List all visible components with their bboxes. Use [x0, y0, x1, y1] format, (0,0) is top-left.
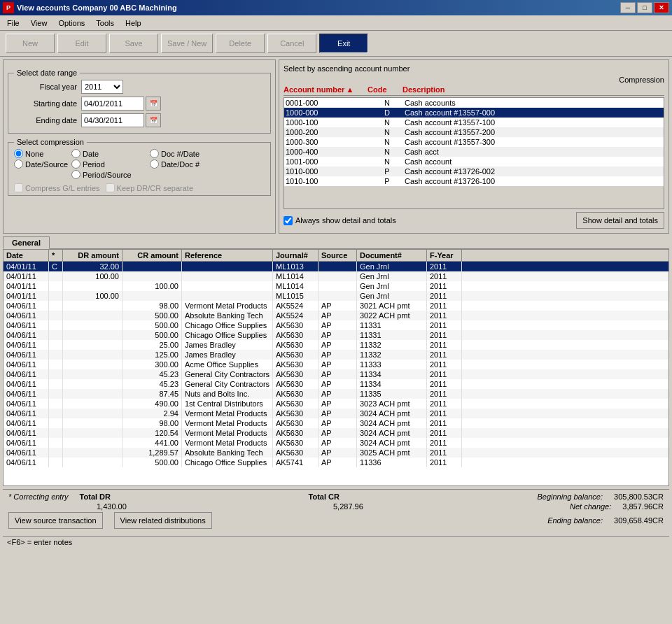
- cell-source: AP: [318, 340, 357, 350]
- maximize-btn[interactable]: □: [637, 2, 652, 13]
- account-row[interactable]: 1000-300 N Cash account #13557-300: [284, 137, 664, 147]
- cell-journal: ML1015: [273, 291, 318, 301]
- save-new-button[interactable]: Save / New: [161, 34, 213, 53]
- ending-date-calendar-btn[interactable]: 📅: [146, 113, 161, 127]
- compression-date-radio[interactable]: [71, 149, 80, 158]
- table-row[interactable]: 04/06/11 2.94 Vermont Metal Products AK5…: [4, 409, 668, 418]
- compress-gl-checkbox[interactable]: [14, 183, 23, 192]
- menu-help[interactable]: Help: [120, 17, 147, 29]
- table-row[interactable]: 04/06/11 120.54 Vermont Metal Products A…: [4, 428, 668, 438]
- menu-options[interactable]: Options: [52, 17, 90, 29]
- cell-cr: 45.23: [122, 369, 182, 379]
- close-btn[interactable]: ✕: [654, 2, 669, 13]
- table-row[interactable]: 04/06/11 490.00 1st Central Distributors…: [4, 399, 668, 409]
- table-row[interactable]: 04/06/11 45.23 General City Contractors …: [4, 369, 668, 379]
- table-row[interactable]: 04/06/11 500.00 Absolute Banking Tech AK…: [4, 311, 668, 320]
- show-detail-button[interactable]: Show detail and totals: [576, 212, 664, 229]
- table-row[interactable]: 04/06/11 125.00 James Bradley AK5630 AP …: [4, 350, 668, 360]
- save-button[interactable]: Save: [109, 34, 158, 53]
- top-panels: Select date range Fiscal year 2011 2010 …: [3, 59, 669, 234]
- exit-button[interactable]: Exit: [319, 34, 368, 53]
- compression-date-doc-row: Date/Doc #: [150, 159, 227, 169]
- main-content: Select date range Fiscal year 2011 2010 …: [0, 57, 672, 624]
- header-cr: CR amount: [122, 250, 182, 261]
- cancel-button[interactable]: Cancel: [267, 34, 316, 53]
- menu-view[interactable]: View: [25, 17, 53, 29]
- view-source-btn[interactable]: View source transaction: [8, 512, 103, 529]
- cell-dr: [63, 330, 122, 340]
- cell-cr: 100.00: [122, 281, 182, 291]
- always-show-checkbox[interactable]: [284, 216, 293, 225]
- table-row[interactable]: 04/01/11 C 32.00 ML1013 Gen Jrnl 2011: [4, 262, 668, 271]
- keep-drcr-checkbox[interactable]: [106, 183, 115, 192]
- cell-date: 04/01/11: [4, 262, 49, 271]
- table-row[interactable]: 04/06/11 1,289.57 Absolute Banking Tech …: [4, 448, 668, 458]
- starting-date-calendar-btn[interactable]: 📅: [146, 97, 161, 111]
- grid-body[interactable]: 04/01/11 C 32.00 ML1013 Gen Jrnl 2011 04…: [4, 262, 668, 485]
- table-row[interactable]: 04/01/11 100.00 ML1015 Gen Jrnl 2011: [4, 291, 668, 301]
- cell-dr: [63, 340, 122, 350]
- cell-date: 04/06/11: [4, 389, 49, 399]
- cell-docnum: 3024 ACH pmt: [357, 438, 427, 448]
- compression-none-radio[interactable]: [14, 149, 23, 158]
- starting-date-input[interactable]: [81, 97, 144, 111]
- table-row[interactable]: 04/06/11 500.00 Chicago Office Supplies …: [4, 458, 668, 467]
- cell-source: AP: [318, 369, 357, 379]
- compression-period-row: Period: [71, 159, 148, 169]
- new-button[interactable]: New: [6, 34, 55, 53]
- cell-date: 04/01/11: [4, 281, 49, 291]
- account-row[interactable]: 1010-100 P Cash account #13726-100: [284, 176, 664, 186]
- table-row[interactable]: 04/06/11 300.00 Acme Office Supplies AK5…: [4, 360, 668, 369]
- compression-period-source-radio[interactable]: [71, 170, 80, 179]
- cell-ref: Vermont Metal Products: [182, 409, 273, 418]
- account-code-cell: N: [370, 148, 405, 156]
- table-row[interactable]: 04/01/11 100.00 ML1014 Gen Jrnl 2011: [4, 281, 668, 291]
- table-row[interactable]: 04/06/11 98.00 Vermont Metal Products AK…: [4, 418, 668, 428]
- header-star: *: [49, 250, 63, 261]
- edit-button[interactable]: Edit: [57, 34, 106, 53]
- minimize-btn[interactable]: ─: [620, 2, 636, 13]
- delete-button[interactable]: Delete: [216, 34, 265, 53]
- account-row[interactable]: 0001-000 N Cash accounts: [284, 98, 664, 108]
- compression-date-source-radio[interactable]: [14, 159, 23, 169]
- table-row[interactable]: 04/06/11 441.00 Vermont Metal Products A…: [4, 438, 668, 448]
- cell-star: [49, 291, 63, 301]
- compression-date-source-label: Date/Source: [25, 160, 68, 169]
- table-row[interactable]: 04/06/11 98.00 Vermont Metal Products AK…: [4, 301, 668, 311]
- table-row[interactable]: 04/06/11 25.00 James Bradley AK5630 AP 1…: [4, 340, 668, 350]
- table-row[interactable]: 04/01/11 100.00 ML1014 Gen Jrnl 2011: [4, 271, 668, 281]
- account-row[interactable]: 1010-000 P Cash account #13726-002: [284, 166, 664, 176]
- empty-cell: [14, 170, 70, 179]
- total-cr-value: 5,287.96: [333, 502, 363, 511]
- table-row[interactable]: 04/06/11 500.00 Chicago Office Supplies …: [4, 320, 668, 330]
- account-number-header: Account number ▲: [284, 85, 368, 94]
- compression-doc-date-radio[interactable]: [150, 149, 159, 158]
- table-row[interactable]: 04/06/11 45.23 General City Contractors …: [4, 379, 668, 389]
- cell-source: [318, 291, 357, 301]
- footer-section: * Correcting entry Total DR Total CR Beg…: [3, 489, 669, 533]
- compression-period-radio[interactable]: [71, 159, 80, 169]
- account-row[interactable]: 1000-000 D Cash account #13557-000: [284, 108, 664, 118]
- tab-general[interactable]: General: [3, 236, 50, 249]
- account-row[interactable]: 1000-400 N Cash acct: [284, 147, 664, 157]
- cell-cr: 500.00: [122, 320, 182, 330]
- table-row[interactable]: 04/06/11 87.45 Nuts and Bolts Inc. AK563…: [4, 389, 668, 399]
- ending-date-input[interactable]: [81, 113, 144, 127]
- menu-tools[interactable]: Tools: [90, 17, 120, 29]
- account-row[interactable]: 1000-200 N Cash account #13557-200: [284, 127, 664, 137]
- net-change-label: Net change:: [570, 502, 611, 511]
- account-list[interactable]: 0001-000 N Cash accounts 1000-000 D Cash…: [284, 97, 664, 209]
- cell-source: AP: [318, 311, 357, 320]
- account-row[interactable]: 1001-000 N Cash account: [284, 157, 664, 166]
- cell-journal: AK5630: [273, 379, 318, 389]
- account-row[interactable]: 1000-100 N Cash account #13557-100: [284, 118, 664, 127]
- compression-date-doc-radio[interactable]: [150, 159, 159, 169]
- cell-star: [49, 271, 63, 281]
- account-code-cell: N: [370, 138, 405, 146]
- view-dist-btn[interactable]: View related distributions: [114, 512, 212, 529]
- table-row[interactable]: 04/06/11 500.00 Chicago Office Supplies …: [4, 330, 668, 340]
- fiscal-year-select[interactable]: 2011 2010 2012: [81, 80, 123, 94]
- cell-docnum: 3021 ACH pmt: [357, 301, 427, 311]
- account-desc-cell: Cash account: [405, 157, 662, 166]
- menu-file[interactable]: File: [1, 17, 25, 29]
